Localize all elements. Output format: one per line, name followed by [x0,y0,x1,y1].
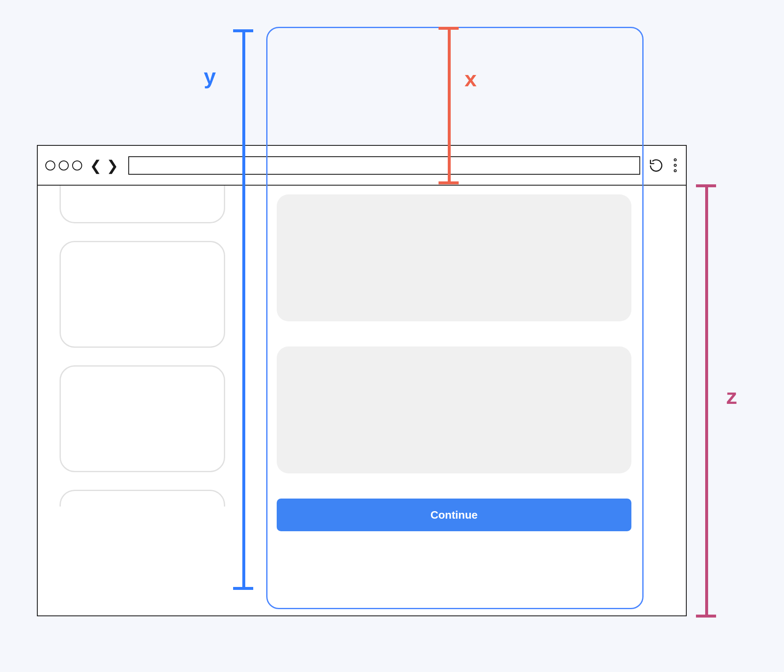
x-label: x [465,66,477,91]
overlay-panel-content: Continue [277,194,631,531]
thumbnail-card [60,186,225,223]
back-icon[interactable]: ❮ [90,158,104,173]
y-label: y [204,64,216,89]
x-dimension-bracket [439,27,459,184]
dot-icon [674,164,677,167]
reload-button[interactable] [648,157,665,174]
reload-icon [649,158,664,173]
skeleton-block [277,346,631,473]
skeleton-block [277,194,631,321]
overflow-menu[interactable] [672,158,678,172]
y-dimension-bracket [233,29,253,590]
thumbnail-card [60,490,225,507]
z-dimension-bracket [696,184,716,618]
window-control-dot[interactable] [45,160,55,171]
sidebar-thumbnails [60,186,225,507]
nav-arrows: ❮ ❯ [90,158,121,173]
window-control-dot[interactable] [59,160,69,171]
window-controls[interactable] [45,160,82,171]
continue-button[interactable]: Continue [277,499,631,531]
thumbnail-card [60,241,225,348]
dot-icon [674,169,677,172]
forward-icon[interactable]: ❯ [106,158,121,173]
window-control-dot[interactable] [72,160,82,171]
z-label: z [726,384,737,409]
dot-icon [674,158,677,161]
thumbnail-card [60,365,225,472]
